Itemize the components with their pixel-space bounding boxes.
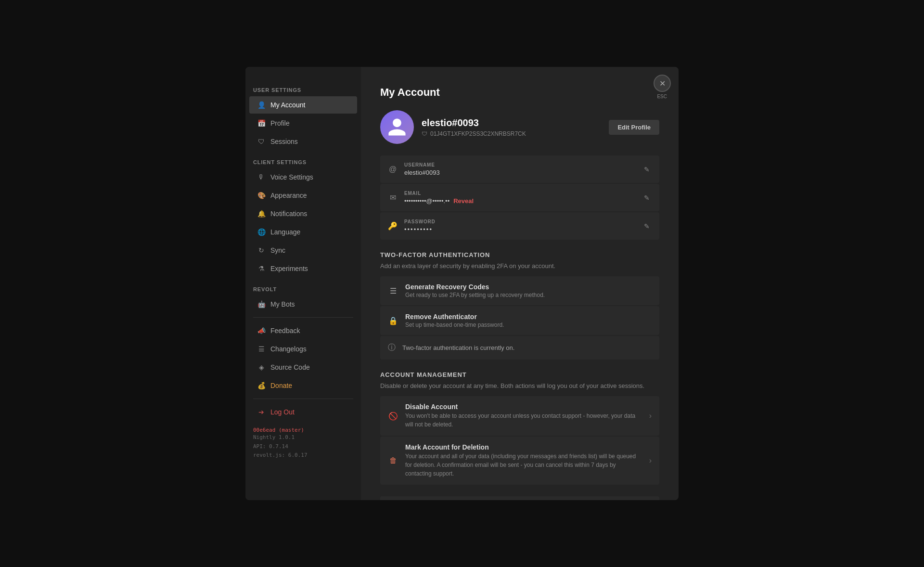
username-field-content: USERNAME elestio#0093 [404,162,635,176]
disable-card-text: Disable Account You won't be able to acc… [405,403,642,429]
sidebar-item-voice[interactable]: 🎙 Voice Settings [249,168,357,186]
sessions-icon: 🛡 [257,137,266,146]
sidebar: USER SETTINGS 👤 My Account 📅 Profile 🛡 S… [245,67,361,500]
password-field-row: 🔑 PASSWORD ••••••••• ✎ [380,212,659,240]
avatar [380,110,414,144]
sidebar-item-my-bots[interactable]: 🤖 My Bots [249,296,357,313]
at-icon: @ [388,165,398,174]
divider-2 [253,399,353,399]
bot-icon: 🤖 [257,300,266,309]
twofa-status-row: ⓘ Two-factor authentication is currently… [380,336,659,360]
username-value: elestio#0093 [404,169,635,176]
email-value: ••••••••••@•••••.•• Reveal [404,197,635,205]
revolt-label: REVOLT [245,283,361,295]
sidebar-item-changelogs[interactable]: ☰ Changelogs [249,340,357,358]
disable-icon: 🚫 [388,411,398,421]
delete-account-card[interactable]: 🗑 Mark Account for Deletion Your account… [380,437,659,485]
sync-icon: ↻ [257,246,266,255]
sidebar-item-language[interactable]: 🌐 Language [249,223,357,241]
sidebar-item-experiments[interactable]: ⚗ Experiments [249,260,357,277]
sidebar-item-profile[interactable]: 📅 Profile [249,115,357,132]
sidebar-item-sync[interactable]: ↻ Sync [249,242,357,259]
flask-icon: ⚗ [257,264,266,273]
voice-icon: 🎙 [257,173,266,181]
password-value: ••••••••• [404,226,635,233]
sidebar-item-appearance[interactable]: 🎨 Appearance [249,187,357,204]
username-field-row: @ USERNAME elestio#0093 ✎ [380,155,659,183]
chevron-right-icon-delete: › [649,456,652,465]
account-mgmt-section-title: ACCOUNT MANAGEMENT [380,371,659,378]
sidebar-item-feedback[interactable]: 📣 Feedback [249,322,357,339]
profile-id: 🛡 01J4GT1XFKP2SS3C2XNRBSR7CK [422,130,601,137]
twofa-section-desc: Add an extra layer of security by enabli… [380,262,659,270]
envelope-icon: ✉ [388,193,398,203]
email-field-content: EMAIL ••••••••••@•••••.•• Reveal [404,191,635,205]
disable-account-card[interactable]: 🚫 Disable Account You won't be able to a… [380,396,659,436]
username-edit-button[interactable]: ✎ [642,164,652,175]
list-icon: ☰ [388,285,398,296]
trash-icon: 🗑 [388,455,398,466]
shield-icon: 🛡 [422,130,427,137]
sidebar-item-sessions[interactable]: 🛡 Sessions [249,133,357,150]
logout-icon: ➔ [257,408,266,416]
edit-profile-button[interactable]: Edit Profile [609,120,659,135]
user-settings-label: USER SETTINGS [245,83,361,96]
main-content: ✕ ESC My Account elestio#0093 🛡 01J4GT1X… [361,67,679,500]
divider-1 [253,317,353,318]
lock-icon: 🔒 [388,315,398,326]
github-icon: ◈ [257,363,266,372]
remove-authenticator-card[interactable]: 🔒 Remove Authenticator Set up time-based… [380,306,659,335]
email-label: EMAIL [404,191,635,196]
chevron-right-icon: › [649,412,652,420]
email-edit-button[interactable]: ✎ [642,192,652,204]
email-field-row: ✉ EMAIL ••••••••••@•••••.•• Reveal ✎ [380,184,659,211]
profile-card: elestio#0093 🛡 01J4GT1XFKP2SS3C2XNRBSR7C… [380,110,659,144]
esc-label: ESC [657,94,667,99]
recovery-card-text: Generate Recovery Codes Get ready to use… [405,283,545,298]
sidebar-item-my-account[interactable]: 👤 My Account [249,96,357,114]
avatar-icon [386,116,408,138]
account-mgmt-section-desc: Disable or delete your account at any ti… [380,382,659,389]
password-label: PASSWORD [404,219,635,224]
bell-icon: 🔔 [257,209,266,218]
reveal-link[interactable]: Reveal [453,197,474,205]
language-icon: 🌐 [257,228,266,236]
version-info: 00e6ead (master) Nightly 1.0.1 API: 0.7.… [245,423,361,464]
username-label: USERNAME [404,162,635,168]
info-icon-twofa: ⓘ [388,343,396,353]
sidebar-item-logout[interactable]: ➔ Log Out [249,403,357,421]
feedback-icon: 📣 [257,326,266,335]
delete-card-text: Mark Account for Deletion Your account a… [405,443,642,478]
profile-name: elestio#0093 [422,117,601,129]
donate-icon: 💰 [257,381,266,390]
twofa-section-title: TWO-FACTOR AUTHENTICATION [380,251,659,258]
remove-auth-card-text: Remove Authenticator Set up time-based o… [405,313,504,328]
changelogs-icon: ☰ [257,345,266,353]
appearance-icon: 🎨 [257,191,266,200]
client-settings-label: CLIENT SETTINGS [245,155,361,168]
sidebar-item-donate[interactable]: 💰 Donate [249,377,357,394]
recovery-codes-card[interactable]: ☰ Generate Recovery Codes Get ready to u… [380,276,659,305]
password-edit-button[interactable]: ✎ [642,220,652,232]
password-field-content: PASSWORD ••••••••• [404,219,635,233]
sidebar-item-notifications[interactable]: 🔔 Notifications [249,205,357,222]
id-icon: 📅 [257,119,266,128]
key-icon: 🔑 [388,221,398,231]
modal-overlay: USER SETTINGS 👤 My Account 📅 Profile 🛡 S… [0,0,924,567]
settings-modal: USER SETTINGS 👤 My Account 📅 Profile 🛡 S… [245,67,679,500]
close-button[interactable]: ✕ [654,75,671,92]
sidebar-item-source-code[interactable]: ◈ Source Code [249,359,357,376]
page-title: My Account [380,86,659,99]
profile-settings-banner: ⓘ Want to customise your public profile?… [380,496,659,500]
person-icon: 👤 [257,101,266,109]
profile-info: elestio#0093 🛡 01J4GT1XFKP2SS3C2XNRBSR7C… [422,117,601,137]
